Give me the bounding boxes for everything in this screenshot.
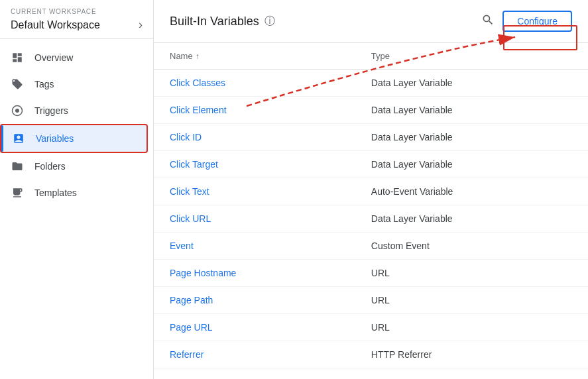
main-title-area: Built-In Variables ⓘ	[170, 15, 275, 28]
sidebar: CURRENT WORKSPACE Default Workspace › Ov…	[0, 0, 154, 379]
variable-type-cell: Data Layer Variable	[355, 205, 588, 233]
workspace-header: CURRENT WORKSPACE Default Workspace ›	[0, 0, 153, 39]
table-row: Click ID Data Layer Variable	[154, 124, 588, 151]
table-row: Page Hostname URL	[154, 260, 588, 287]
header-actions: Configure	[481, 11, 572, 32]
variable-type-cell: Auto-Event Variable	[355, 178, 588, 205]
sidebar-item-variables-label: Variables	[36, 133, 74, 144]
variable-name-link[interactable]: Page Hostname	[170, 268, 236, 278]
sidebar-item-variables[interactable]: Variables	[0, 124, 148, 153]
sidebar-item-templates[interactable]: Templates	[0, 180, 148, 206]
sidebar-item-folders-label: Folders	[34, 161, 66, 172]
variable-type-cell: Data Layer Variable	[355, 124, 588, 151]
table-row: Click Element Data Layer Variable	[154, 97, 588, 124]
table-row: Click Target Data Layer Variable	[154, 151, 588, 178]
workspace-label: CURRENT WORKSPACE	[11, 8, 143, 15]
variable-name-link[interactable]: Click Target	[170, 159, 218, 170]
help-icon[interactable]: ⓘ	[265, 15, 275, 28]
configure-button[interactable]: Configure	[502, 11, 572, 32]
variable-name-link[interactable]: Click ID	[170, 132, 202, 142]
folders-icon	[11, 160, 24, 173]
main-content: Built-In Variables ⓘ Configure	[154, 0, 588, 379]
variable-name-link[interactable]: Page Path	[170, 295, 213, 305]
variable-name-link[interactable]: Event	[170, 241, 194, 251]
sidebar-item-folders[interactable]: Folders	[0, 153, 148, 180]
variable-name-link[interactable]: Page URL	[170, 322, 213, 333]
page-title: Built-In Variables	[170, 15, 259, 28]
col-type-header: Type	[355, 43, 588, 70]
variable-name-link[interactable]: Click Classes	[170, 78, 225, 88]
variable-type-cell: Data Layer Variable	[355, 70, 588, 97]
sidebar-item-overview[interactable]: Overview	[0, 44, 148, 71]
variable-name-link[interactable]: Click Element	[170, 105, 227, 115]
svg-point-1	[15, 109, 19, 113]
workspace-switcher[interactable]: Default Workspace ›	[11, 18, 143, 32]
table-row: Page URL URL	[154, 314, 588, 341]
workspace-name-text: Default Workspace	[11, 19, 100, 31]
table-row: Page Path URL	[154, 287, 588, 314]
tags-icon	[11, 78, 24, 91]
main-content-wrapper: Built-In Variables ⓘ Configure	[154, 0, 588, 379]
table-row: Click Text Auto-Event Variable	[154, 178, 588, 205]
sidebar-item-triggers-label: Triggers	[34, 105, 68, 116]
table-row: Referrer HTTP Referrer	[154, 341, 588, 368]
variable-type-cell: URL	[355, 287, 588, 314]
col-name-header: Name ↑	[154, 43, 355, 70]
overview-icon	[11, 51, 24, 64]
variable-type-cell: Data Layer Variable	[355, 97, 588, 124]
variables-table: Name ↑ Type Click Classes Data Layer Var…	[154, 43, 588, 368]
variables-table-body: Click Classes Data Layer Variable Click …	[154, 70, 588, 368]
sidebar-item-tags[interactable]: Tags	[0, 71, 148, 97]
sort-arrow-icon: ↑	[196, 52, 200, 61]
variable-name-link[interactable]: Click URL	[170, 213, 211, 224]
table-header-row: Name ↑ Type	[154, 43, 588, 70]
sidebar-item-tags-label: Tags	[34, 79, 54, 89]
variables-icon	[12, 132, 25, 145]
table-row: Click URL Data Layer Variable	[154, 205, 588, 233]
chevron-right-icon: ›	[139, 18, 143, 32]
sidebar-item-triggers[interactable]: Triggers	[0, 97, 148, 124]
table-row: Event Custom Event	[154, 233, 588, 260]
triggers-icon	[11, 104, 24, 117]
sidebar-item-overview-label: Overview	[34, 52, 73, 63]
variable-type-cell: URL	[355, 260, 588, 287]
variables-table-container: Name ↑ Type Click Classes Data Layer Var…	[154, 43, 588, 379]
variable-type-cell: HTTP Referrer	[355, 341, 588, 368]
variable-name-link[interactable]: Click Text	[170, 186, 209, 197]
variable-type-cell: Data Layer Variable	[355, 151, 588, 178]
templates-icon	[11, 186, 24, 199]
variable-name-link[interactable]: Referrer	[170, 349, 204, 360]
table-row: Click Classes Data Layer Variable	[154, 70, 588, 97]
sidebar-item-templates-label: Templates	[34, 188, 77, 198]
main-header: Built-In Variables ⓘ Configure	[154, 0, 588, 43]
search-icon[interactable]	[481, 13, 495, 30]
variable-type-cell: URL	[355, 314, 588, 341]
sidebar-nav: Overview Tags Triggers	[0, 39, 153, 379]
variable-type-cell: Custom Event	[355, 233, 588, 260]
